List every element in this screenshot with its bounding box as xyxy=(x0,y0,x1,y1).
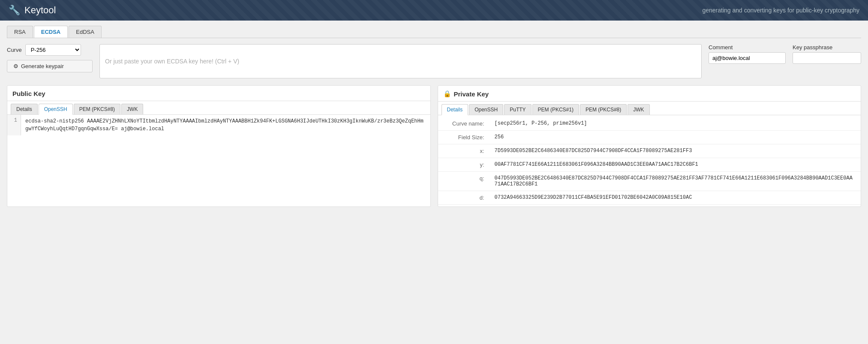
detail-row-curve-name: Curve name: [secp256r1, P-256, prime256v… xyxy=(438,117,861,131)
public-tab-pem[interactable]: PEM (PKCS#8) xyxy=(74,104,120,114)
d-value: 0732A94663325D9E239D2B77011CF4BA5E91EFD0… xyxy=(490,191,861,205)
passphrase-input[interactable] xyxy=(793,52,861,64)
tab-rsa[interactable]: RSA xyxy=(7,26,33,38)
field-size-value: 256 xyxy=(490,131,861,144)
comment-input[interactable] xyxy=(709,52,786,64)
detail-row-y: y: 00AF7781CF741E66A1211E683061F096A3284… xyxy=(438,158,861,172)
private-tab-pem1[interactable]: PEM (PKCS#1) xyxy=(532,104,579,115)
detail-row-d: d: 0732A94663325D9E239D2B77011CF4BA5E91E… xyxy=(438,191,861,205)
detail-row-field-size: Field Size: 256 xyxy=(438,131,861,144)
main-content: RSA ECDSA EdDSA Curve P-256 P-384 P-521 … xyxy=(0,21,868,344)
y-label: y: xyxy=(438,158,490,172)
app-title: Keytool xyxy=(24,5,56,16)
lock-icon: 🔒 xyxy=(443,90,451,98)
generate-btn-label: Generate keypair xyxy=(21,63,64,69)
curve-name-value: [secp256r1, P-256, prime256v1] xyxy=(490,117,861,131)
key-icon: 🔧 xyxy=(9,5,20,16)
details-table: Curve name: [secp256r1, P-256, prime256v… xyxy=(438,117,861,205)
private-tab-details[interactable]: Details xyxy=(442,104,469,115)
line-number-1: 1 xyxy=(7,115,21,135)
public-key-content: 1 ecdsa-sha2-nistp256 AAAAE2VjZHNhLXNoYT… xyxy=(7,115,430,135)
public-tab-jwk[interactable]: JWK xyxy=(121,104,143,114)
curve-name-label: Curve name: xyxy=(438,117,490,131)
key-panels: Public Key Details OpenSSH PEM (PKCS#8) … xyxy=(7,85,861,207)
paste-key-area[interactable]: Or just paste your own ECDSA key here! (… xyxy=(99,44,702,78)
q-label: q: xyxy=(438,172,490,191)
x-label: x: xyxy=(438,144,490,158)
private-tab-openssh[interactable]: OpenSSH xyxy=(469,104,503,115)
x-value: 7D5993DE052BE2C6486340E87DC825D7944C7908… xyxy=(490,144,861,158)
comment-section: Comment xyxy=(709,44,786,64)
public-key-subtabs: Details OpenSSH PEM (PKCS#8) JWK xyxy=(7,101,430,115)
tab-eddsa[interactable]: EdDSA xyxy=(69,26,102,38)
app-subtitle: generating and converting keys for publi… xyxy=(702,7,859,14)
private-key-title: Private Key xyxy=(454,90,489,98)
public-key-header: Public Key xyxy=(7,86,430,101)
private-key-header: 🔒 Private Key xyxy=(438,86,861,102)
private-key-panel: 🔒 Private Key Details OpenSSH PuTTY PEM … xyxy=(438,85,862,207)
private-key-details: Curve name: [secp256r1, P-256, prime256v… xyxy=(438,115,861,206)
app-header: 🔧 Keytool generating and converting keys… xyxy=(0,0,868,21)
comment-label: Comment xyxy=(709,44,786,51)
q-value: 047D5993DE052BE2C6486340E87DC825D7944C79… xyxy=(490,172,861,191)
curve-row: Curve P-256 P-384 P-521 xyxy=(7,44,93,56)
detail-row-q: q: 047D5993DE052BE2C6486340E87DC825D7944… xyxy=(438,172,861,191)
app-title-group: 🔧 Keytool xyxy=(9,5,56,16)
detail-row-x: x: 7D5993DE052BE2C6486340E87DC825D7944C7… xyxy=(438,144,861,158)
public-key-panel: Public Key Details OpenSSH PEM (PKCS#8) … xyxy=(7,85,431,207)
public-tab-openssh[interactable]: OpenSSH xyxy=(39,104,73,115)
main-tabs: RSA ECDSA EdDSA xyxy=(7,26,861,38)
openssh-content[interactable]: ecdsa-sha2-nistp256 AAAAE2VjZHNhLXNoYTIt… xyxy=(21,115,430,135)
private-tab-putty[interactable]: PuTTY xyxy=(504,104,531,115)
private-key-subtabs: Details OpenSSH PuTTY PEM (PKCS#1) PEM (… xyxy=(438,102,861,115)
code-line-1: 1 ecdsa-sha2-nistp256 AAAAE2VjZHNhLXNoYT… xyxy=(7,115,430,135)
controls-row: Curve P-256 P-384 P-521 ⚙ Generate keypa… xyxy=(7,44,861,78)
passphrase-section: Key passphrase xyxy=(793,44,861,64)
curve-label: Curve xyxy=(7,47,22,53)
paste-placeholder: Or just paste your own ECDSA key here! (… xyxy=(105,58,239,65)
gear-icon: ⚙ xyxy=(13,63,18,69)
curve-select[interactable]: P-256 P-384 P-521 xyxy=(25,44,81,56)
public-key-title: Public Key xyxy=(12,90,45,97)
passphrase-label: Key passphrase xyxy=(793,44,861,51)
generate-keypair-button[interactable]: ⚙ Generate keypair xyxy=(7,60,93,72)
private-tab-pem8[interactable]: PEM (PKCS#8) xyxy=(580,104,627,115)
public-tab-details[interactable]: Details xyxy=(11,104,38,114)
field-size-label: Field Size: xyxy=(438,131,490,144)
private-tab-jwk[interactable]: JWK xyxy=(628,104,649,115)
curve-section: Curve P-256 P-384 P-521 ⚙ Generate keypa… xyxy=(7,44,93,72)
d-label: d: xyxy=(438,191,490,205)
tab-ecdsa[interactable]: ECDSA xyxy=(34,26,68,38)
y-value: 00AF7781CF741E66A1211E683061F096A3284BB9… xyxy=(490,158,861,172)
